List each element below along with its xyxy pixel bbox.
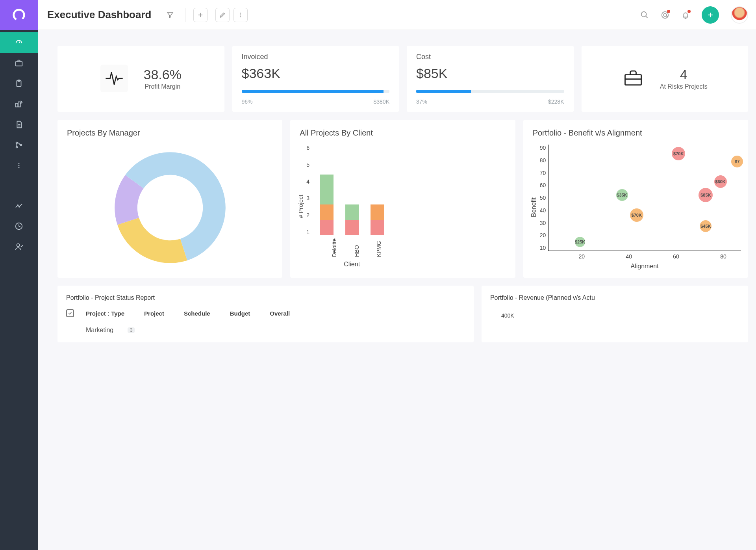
- x-tick: 40: [626, 253, 632, 260]
- filter-button[interactable]: [163, 8, 177, 22]
- bubble-point[interactable]: $7: [731, 156, 743, 167]
- x-axis-label: Client: [312, 261, 392, 268]
- column-header[interactable]: Project : Type: [86, 310, 124, 317]
- svg-rect-17: [18, 102, 20, 107]
- svg-line-12: [19, 41, 20, 43]
- row3: Portfolio - Project Status Report Projec…: [57, 286, 748, 342]
- select-all-checkbox[interactable]: [66, 309, 74, 317]
- notification-dot: [667, 10, 670, 13]
- nav-git[interactable]: [0, 135, 38, 155]
- donut-chart: [107, 145, 233, 271]
- svg-point-24: [19, 165, 20, 166]
- panel-projects-by-manager[interactable]: Projects By Manager: [57, 120, 282, 278]
- x-axis-label: Alignment: [548, 263, 741, 270]
- svg-point-4: [240, 14, 241, 15]
- svg-point-3: [240, 13, 241, 13]
- global-add-button[interactable]: [702, 6, 719, 24]
- svg-point-29: [17, 244, 20, 247]
- search-icon[interactable]: [640, 11, 649, 19]
- panel-projects-by-client[interactable]: All Projects By Client # Project 654321 …: [290, 120, 515, 278]
- bubble-point[interactable]: $85K: [699, 188, 713, 202]
- x-tick: HBO: [354, 238, 360, 257]
- activity-icon: [100, 65, 128, 92]
- main-content: 38.6% Profit Margin Invoiced $363K 96% $…: [38, 30, 756, 550]
- kpi-label: Invoiced: [242, 53, 390, 61]
- svg-point-23: [19, 163, 20, 164]
- y-tick: 30: [540, 220, 546, 226]
- y-tick: 2: [306, 212, 309, 218]
- more-menu-button[interactable]: [233, 8, 248, 22]
- nav-tasks[interactable]: [0, 73, 38, 94]
- nav-portfolio[interactable]: [0, 53, 38, 73]
- nav-analytics[interactable]: [0, 195, 38, 216]
- progress-bar: [416, 90, 564, 93]
- column-header[interactable]: Project: [144, 310, 164, 317]
- add-widget-button[interactable]: [193, 8, 208, 22]
- nav-dashboard[interactable]: [0, 32, 38, 53]
- bubble-point[interactable]: $70K: [672, 147, 685, 160]
- panel-title: Portfolio - Project Status Report: [66, 294, 465, 301]
- kpi-label: Cost: [416, 53, 564, 61]
- kpi-label: At Risks Projects: [660, 83, 708, 90]
- panel-status-report[interactable]: Portfolio - Project Status Report Projec…: [57, 286, 474, 342]
- app-logo[interactable]: [0, 0, 38, 30]
- svg-point-9: [663, 13, 666, 16]
- kpi-value: $363K: [242, 66, 390, 81]
- nav-people[interactable]: [0, 236, 38, 257]
- kpi-at-risk[interactable]: 4 At Risks Projects: [582, 46, 749, 112]
- bar-chart: # Project 654321 DeloitteHBOKPMG Client: [297, 145, 508, 268]
- bubble-point[interactable]: $70K: [630, 208, 643, 222]
- bubble-point[interactable]: $35K: [616, 189, 628, 201]
- mentions-icon[interactable]: [661, 11, 669, 19]
- column-header[interactable]: Overall: [270, 310, 290, 317]
- nav-docs[interactable]: [0, 114, 38, 135]
- svg-rect-30: [625, 75, 641, 85]
- table-group-row[interactable]: Marketing 3: [66, 320, 465, 334]
- y-tick: 20: [540, 232, 546, 238]
- bubble-point[interactable]: $25K: [575, 237, 585, 247]
- kpi-row: 38.6% Profit Margin Invoiced $363K 96% $…: [57, 46, 748, 112]
- panel-title: All Projects By Client: [297, 128, 508, 138]
- top-bar: Executive Dashboard: [0, 0, 756, 30]
- column-header[interactable]: Schedule: [184, 310, 210, 317]
- kpi-pct: 37%: [416, 98, 427, 105]
- svg-point-0: [12, 7, 26, 22]
- kpi-goal: $228K: [548, 98, 564, 105]
- left-nav-rail: [0, 30, 38, 550]
- edit-button[interactable]: [215, 8, 230, 22]
- separator: [185, 8, 185, 22]
- y-tick: 80: [540, 157, 546, 164]
- y-tick: 60: [540, 182, 546, 188]
- nav-time[interactable]: [0, 216, 38, 236]
- y-tick: 400K: [490, 301, 739, 319]
- y-tick: 6: [306, 145, 309, 151]
- y-tick: 1: [306, 229, 309, 235]
- svg-point-22: [20, 144, 22, 146]
- progress-bar: [242, 90, 390, 93]
- x-tick: 20: [578, 253, 585, 260]
- nav-more[interactable]: [0, 155, 38, 176]
- kpi-cost[interactable]: Cost $85K 37% $228K: [407, 46, 574, 112]
- y-axis-label: # Project: [297, 145, 304, 268]
- charts-row: Projects By Manager All Projects By Clie…: [57, 120, 748, 278]
- panel-revenue[interactable]: Portfolio - Revenue (Planned v/s Actu 40…: [482, 286, 748, 342]
- panel-title: Portfolio - Benefit v/s Alignment: [530, 128, 741, 138]
- kpi-goal: $380K: [374, 98, 389, 105]
- nav-reports[interactable]: [0, 94, 38, 114]
- bubble-point[interactable]: $60K: [714, 175, 727, 188]
- column-header[interactable]: Budget: [230, 310, 250, 317]
- kpi-profit-margin[interactable]: 38.6% Profit Margin: [57, 46, 224, 112]
- briefcase-icon: [622, 67, 644, 90]
- kpi-invoiced[interactable]: Invoiced $363K 96% $380K: [232, 46, 399, 112]
- kpi-pct: 96%: [242, 98, 253, 105]
- bell-icon[interactable]: [681, 11, 690, 19]
- svg-point-25: [19, 167, 20, 168]
- bubble-point[interactable]: $45K: [700, 220, 712, 232]
- user-avatar[interactable]: [731, 6, 748, 24]
- y-tick: 70: [540, 170, 546, 176]
- svg-point-5: [240, 16, 241, 17]
- x-tick: 80: [720, 253, 726, 260]
- panel-title: Portfolio - Revenue (Planned v/s Actu: [490, 294, 739, 301]
- kpi-value: 4: [660, 67, 708, 82]
- panel-benefit-alignment[interactable]: Portfolio - Benefit v/s Alignment Benefi…: [523, 120, 748, 278]
